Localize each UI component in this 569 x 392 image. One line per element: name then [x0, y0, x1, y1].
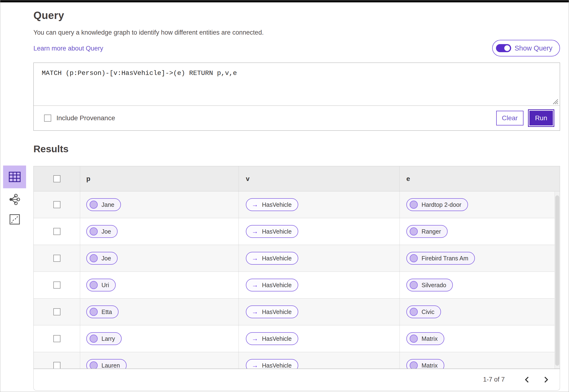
column-header-e[interactable]: e	[400, 166, 560, 191]
node-circle-icon	[90, 335, 98, 343]
column-header-v[interactable]: v	[239, 166, 400, 191]
query-editor[interactable]: MATCH (p:Person)-[v:HasVehicle]->(e) RET…	[34, 63, 560, 106]
row-checkbox[interactable]	[53, 281, 60, 289]
pagination-bar: 1-7 of 7	[33, 369, 560, 391]
cell-v: → HasVehicle	[239, 245, 400, 272]
cell-e: Silverado	[400, 272, 560, 298]
table-view-button[interactable]	[3, 166, 26, 188]
resize-handle-icon[interactable]	[552, 98, 558, 105]
table-row[interactable]: Lauren → HasVehicle Matrix	[34, 352, 560, 369]
row-checkbox[interactable]	[53, 335, 60, 342]
query-page: Query You can query a knowledge graph to…	[0, 0, 569, 392]
show-query-label: Show Query	[514, 44, 552, 52]
e-pill[interactable]: Silverado	[406, 279, 453, 292]
v-pill-label: HasVehicle	[262, 201, 291, 208]
v-pill-label: HasVehicle	[262, 282, 291, 289]
pagination-prev-button[interactable]	[521, 374, 533, 385]
arrow-right-icon: →	[251, 362, 258, 369]
clear-button[interactable]: Clear	[496, 111, 524, 126]
table-row[interactable]: Etta → HasVehicle Civic	[34, 299, 560, 325]
p-pill-label: Lauren	[101, 362, 120, 369]
e-pill[interactable]: Matrix	[406, 332, 444, 345]
arrow-right-icon: →	[251, 335, 258, 342]
e-pill[interactable]: Firebird Trans Am	[406, 252, 475, 265]
table-icon	[9, 171, 21, 182]
e-pill[interactable]: Hardtop 2-door	[406, 198, 468, 211]
table-row[interactable]: Joe → HasVehicle Firebird Trans Am	[34, 245, 560, 272]
chevron-right-icon	[543, 376, 549, 383]
p-pill[interactable]: Uri	[86, 279, 116, 292]
p-pill-label: Uri	[101, 282, 109, 289]
p-pill-label: Jane	[101, 201, 114, 208]
v-pill[interactable]: → HasVehicle	[246, 198, 298, 211]
p-pill-label: Larry	[101, 335, 115, 342]
vertical-scrollbar[interactable]	[555, 192, 560, 368]
p-pill[interactable]: Etta	[86, 306, 119, 318]
node-circle-icon	[90, 308, 98, 316]
window-top-edge	[0, 0, 569, 2]
node-circle-icon	[90, 281, 98, 289]
v-pill[interactable]: → HasVehicle	[246, 359, 298, 369]
cell-v: → HasVehicle	[239, 218, 400, 245]
table-row[interactable]: Larry → HasVehicle Matrix	[34, 325, 560, 352]
e-pill[interactable]: Matrix	[406, 359, 444, 369]
v-pill-label: HasVehicle	[262, 308, 291, 315]
pagination-range-label: 1-7 of 7	[483, 376, 505, 383]
query-text[interactable]: MATCH (p:Person)-[v:HasVehicle]->(e) RET…	[34, 63, 560, 84]
arrow-right-icon: →	[251, 282, 258, 288]
include-provenance-option[interactable]: Include Provenance	[44, 114, 115, 122]
node-circle-icon	[410, 227, 418, 236]
results-table: p v e Jane → HasVehicle	[33, 166, 560, 369]
query-panel: MATCH (p:Person)-[v:HasVehicle]->(e) RET…	[33, 63, 560, 131]
p-pill[interactable]: Jane	[86, 198, 121, 211]
e-pill-label: Hardtop 2-door	[422, 201, 461, 208]
cell-e: Firebird Trans Am	[400, 245, 560, 272]
v-pill[interactable]: → HasVehicle	[246, 252, 298, 265]
select-all-checkbox[interactable]	[53, 175, 60, 182]
e-pill[interactable]: Ranger	[406, 225, 448, 238]
node-circle-icon	[410, 308, 418, 316]
e-pill-label: Silverado	[422, 282, 446, 289]
row-checkbox[interactable]	[53, 201, 60, 208]
node-circle-icon	[410, 335, 418, 343]
p-pill[interactable]: Lauren	[86, 359, 127, 369]
show-query-toggle[interactable]: Show Query	[492, 40, 560, 56]
row-checkbox[interactable]	[53, 308, 60, 315]
table-row[interactable]: Joe → HasVehicle Ranger	[34, 218, 560, 245]
v-pill[interactable]: → HasVehicle	[246, 332, 298, 345]
results-title: Results	[33, 143, 560, 155]
pagination-next-button[interactable]	[540, 374, 552, 385]
scrollbar-thumb[interactable]	[555, 196, 559, 366]
row-checkbox[interactable]	[53, 255, 60, 262]
v-pill[interactable]: → HasVehicle	[246, 306, 298, 318]
p-pill[interactable]: Joe	[86, 225, 118, 238]
table-row[interactable]: Jane → HasVehicle Hardtop 2-door	[34, 191, 560, 218]
p-pill-label: Joe	[101, 255, 111, 262]
node-circle-icon	[90, 201, 98, 209]
p-pill[interactable]: Larry	[86, 332, 122, 345]
row-checkbox-cell	[34, 325, 80, 352]
row-checkbox-cell	[34, 245, 80, 272]
e-pill[interactable]: Civic	[406, 306, 441, 318]
provenance-label: Include Provenance	[56, 114, 115, 122]
page-title: Query	[33, 10, 560, 21]
learn-more-link[interactable]: Learn more about Query	[33, 45, 103, 52]
v-pill[interactable]: → HasVehicle	[246, 279, 298, 292]
arrow-right-icon: →	[251, 228, 258, 235]
map-view-button[interactable]	[3, 210, 26, 228]
run-button[interactable]: Run	[529, 110, 554, 126]
row-checkbox-cell	[34, 218, 80, 245]
cell-v: → HasVehicle	[239, 191, 400, 218]
row-checkbox[interactable]	[53, 228, 60, 235]
v-pill[interactable]: → HasVehicle	[246, 225, 298, 238]
row-checkbox[interactable]	[53, 362, 60, 369]
cell-v: → HasVehicle	[239, 299, 400, 325]
table-row[interactable]: Uri → HasVehicle Silverado	[34, 272, 560, 299]
column-header-p[interactable]: p	[80, 166, 239, 191]
provenance-checkbox[interactable]	[44, 114, 51, 122]
cell-p: Etta	[80, 299, 239, 325]
e-pill-label: Matrix	[422, 335, 438, 342]
graph-view-button[interactable]	[3, 191, 26, 208]
p-pill[interactable]: Joe	[86, 252, 118, 265]
toggle-switch-icon[interactable]	[496, 44, 511, 52]
